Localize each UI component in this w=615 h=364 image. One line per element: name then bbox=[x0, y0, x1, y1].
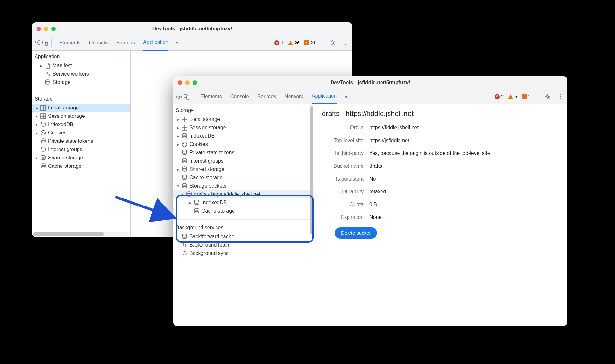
sidebar-item-private-state-tokens[interactable]: Private state tokens bbox=[32, 137, 130, 145]
label-top-level-site: Top-level site bbox=[322, 138, 364, 143]
delete-bucket-button[interactable]: Delete bucket bbox=[335, 227, 377, 239]
tab-console[interactable]: Console bbox=[230, 89, 249, 104]
label-origin: Origin bbox=[322, 125, 364, 131]
minimize-icon[interactable] bbox=[44, 27, 48, 31]
section-storage: Storage bbox=[32, 93, 130, 104]
tab-sources[interactable]: Sources bbox=[116, 35, 135, 51]
sidebar-item-cookies[interactable]: Cookies bbox=[173, 140, 314, 149]
window-title: DevTools - jsfiddle.net/5tmpfuzv/ bbox=[173, 80, 567, 85]
traffic-lights[interactable] bbox=[178, 80, 197, 85]
window-title: DevTools - jsfiddle.net/5tmpfuzv/ bbox=[32, 26, 352, 32]
sidebar-item-shared-storage[interactable]: Shared storage bbox=[32, 154, 130, 162]
minimize-icon[interactable] bbox=[185, 80, 190, 85]
tab-console[interactable]: Console bbox=[89, 35, 108, 51]
sidebar-item-background-sync[interactable]: Background sync bbox=[173, 249, 314, 257]
tab-elements[interactable]: Elements bbox=[59, 35, 81, 51]
value-durability: relaxed bbox=[369, 189, 386, 195]
label-third-party: Is third-party bbox=[322, 150, 364, 156]
issue-count[interactable]: !1 bbox=[522, 94, 530, 99]
label-quota: Quota bbox=[322, 202, 364, 207]
tab-application[interactable]: Application bbox=[143, 35, 168, 51]
value-top-level-site: https://jsfiddle.net bbox=[369, 138, 409, 143]
sidebar-item-storage-buckets[interactable]: Storage buckets bbox=[173, 182, 314, 190]
overflow-icon[interactable]: » bbox=[342, 94, 349, 100]
value-persistent: No bbox=[369, 176, 376, 182]
sidebar-item-manifest[interactable]: Manifest bbox=[32, 61, 130, 70]
sidebar-item-indexeddb[interactable]: IndexedDB bbox=[173, 132, 314, 140]
sidebar-item-bfcache[interactable]: Back/forward cache bbox=[173, 232, 314, 241]
sidebar-item-session-storage[interactable]: Session storage bbox=[32, 112, 130, 120]
sidebar-item-interest-groups[interactable]: Interest groups bbox=[173, 157, 314, 165]
sidebar-item-bucket-idb[interactable]: IndexedDB bbox=[173, 198, 314, 207]
detail-pane: drafts - https://fiddle.jshell.net Origi… bbox=[314, 104, 567, 326]
section-storage: Storage bbox=[173, 104, 314, 115]
traffic-lights[interactable] bbox=[37, 27, 56, 31]
error-count[interactable]: ✕2 bbox=[495, 94, 504, 99]
toolbar: Elements Console Sources Application » ✕… bbox=[32, 35, 352, 51]
sidebar-item-bucket-cache[interactable]: Cache storage bbox=[173, 207, 314, 215]
sidebar-item-cache-storage[interactable]: Cache storage bbox=[173, 174, 314, 182]
sidebar-item-indexeddb[interactable]: IndexedDB bbox=[32, 120, 130, 129]
value-expiration: None bbox=[369, 214, 381, 220]
sidebar-item-cookies[interactable]: Cookies bbox=[32, 129, 130, 137]
value-quota: 0 B bbox=[369, 202, 377, 207]
titlebar: DevTools - jsfiddle.net/5tmpfuzv/ bbox=[32, 22, 352, 35]
h-scrollbar[interactable] bbox=[33, 232, 129, 236]
warning-count[interactable]: 5 bbox=[508, 94, 517, 99]
label-durability: Durability bbox=[322, 189, 364, 195]
value-origin: https://fiddle.jshell.net bbox=[369, 125, 419, 131]
sidebar-item-local-storage[interactable]: Local storage bbox=[32, 104, 130, 112]
section-application: Application bbox=[32, 51, 130, 61]
kebab-icon[interactable]: ⋮ bbox=[556, 92, 564, 101]
panel-tabs: Elements Console Sources Network Applica… bbox=[196, 89, 341, 104]
warning-count[interactable]: 26 bbox=[288, 40, 300, 45]
maximize-icon[interactable] bbox=[193, 80, 197, 85]
sidebar-item-session-storage[interactable]: Session storage bbox=[173, 124, 314, 132]
sidebar-item-shared-storage[interactable]: Shared storage bbox=[173, 165, 314, 174]
maximize-icon[interactable] bbox=[51, 27, 56, 31]
close-icon[interactable] bbox=[178, 80, 182, 85]
sidebar: Storage Local storage Session storage In… bbox=[173, 104, 314, 326]
sidebar-item-private-state-tokens[interactable]: Private state tokens bbox=[173, 149, 314, 157]
tab-sources[interactable]: Sources bbox=[257, 89, 276, 104]
gear-icon[interactable] bbox=[329, 39, 337, 47]
sidebar-item-bucket-drafts[interactable]: drafts - https://fiddle.jshell.net bbox=[173, 190, 314, 198]
devtools-window-2: DevTools - jsfiddle.net/5tmpfuzv/ Elemen… bbox=[173, 76, 567, 326]
overflow-icon[interactable]: » bbox=[174, 40, 181, 46]
label-persistent: Is persistent bbox=[322, 176, 364, 182]
sidebar-item-background-fetch[interactable]: Background fetch bbox=[173, 241, 314, 249]
close-icon[interactable] bbox=[37, 27, 41, 31]
value-bucket-name: drafts bbox=[369, 163, 382, 169]
device-icon[interactable] bbox=[184, 94, 189, 100]
sidebar-item-storage[interactable]: Storage bbox=[32, 78, 130, 86]
panel-tabs: Elements Console Sources Application bbox=[55, 35, 173, 51]
tab-network[interactable]: Network bbox=[284, 89, 303, 104]
device-icon[interactable] bbox=[42, 40, 48, 46]
inspect-icon[interactable] bbox=[35, 40, 41, 46]
label-expiration: Expiration bbox=[322, 214, 364, 220]
sidebar: Application Manifest Service workers Sto… bbox=[32, 51, 131, 237]
sidebar-item-local-storage[interactable]: Local storage bbox=[173, 115, 314, 124]
section-background-services: Background services bbox=[173, 222, 314, 232]
gear-icon[interactable] bbox=[544, 93, 552, 101]
v-scrollbar[interactable] bbox=[310, 106, 313, 257]
toolbar: Elements Console Sources Network Applica… bbox=[173, 89, 567, 104]
issue-count[interactable]: !21 bbox=[304, 40, 316, 45]
sidebar-item-service-workers[interactable]: Service workers bbox=[32, 70, 130, 78]
titlebar: DevTools - jsfiddle.net/5tmpfuzv/ bbox=[173, 76, 567, 89]
sidebar-item-interest-groups[interactable]: Interest groups bbox=[32, 145, 130, 154]
tab-application[interactable]: Application bbox=[312, 89, 337, 104]
value-third-party: Yes, because the origin is outside of th… bbox=[369, 150, 490, 156]
sidebar-item-cache-storage[interactable]: Cache storage bbox=[32, 162, 130, 170]
kebab-icon[interactable]: ⋮ bbox=[341, 38, 349, 47]
detail-title: drafts - https://fiddle.jshell.net bbox=[322, 109, 560, 118]
error-count[interactable]: ✕1 bbox=[274, 40, 283, 45]
inspect-icon[interactable] bbox=[176, 94, 182, 100]
label-bucket-name: Bucket name bbox=[322, 163, 364, 169]
tab-elements[interactable]: Elements bbox=[201, 89, 222, 104]
